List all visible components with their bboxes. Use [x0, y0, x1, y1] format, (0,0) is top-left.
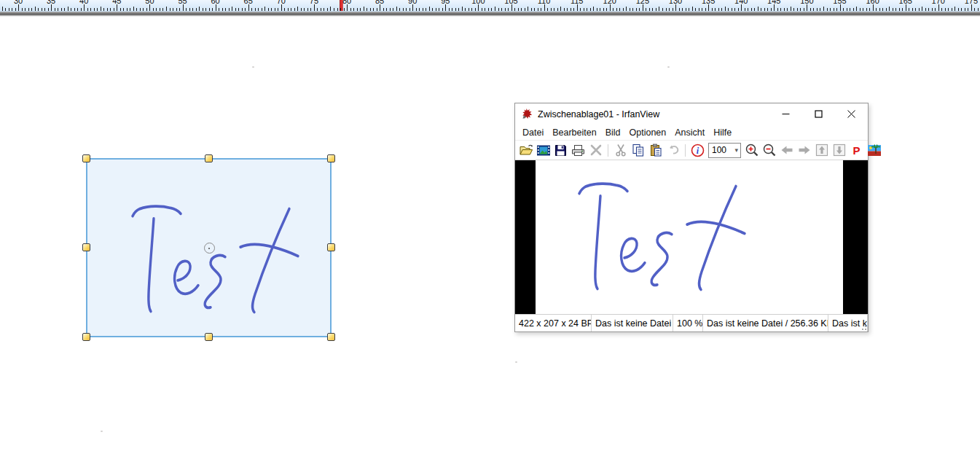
ruler-tick [528, 7, 528, 11]
next-image-button[interactable] [796, 142, 812, 158]
ruler-tick [580, 8, 581, 11]
ruler-tick [248, 4, 249, 11]
previous-image-button[interactable] [778, 142, 795, 158]
last-image-button[interactable] [831, 142, 847, 158]
print-p-button[interactable]: P [848, 142, 865, 158]
resize-handle-middle-right[interactable] [327, 243, 335, 251]
ruler-tick [843, 8, 844, 11]
ruler-tick [357, 8, 358, 11]
ruler-label: 35 [47, 0, 55, 5]
minimize-button[interactable] [769, 103, 802, 125]
ruler-tick [264, 7, 265, 11]
image-viewport[interactable] [515, 160, 868, 314]
ruler-tick [189, 8, 190, 11]
ruler-tick [366, 8, 367, 11]
arrow-left-icon [780, 145, 793, 155]
slideshow-icon [536, 144, 551, 157]
toolbar-separator [685, 144, 686, 157]
title-bar[interactable]: Zwischenablage01 - IrfanView [515, 103, 868, 125]
ruler-tick [196, 8, 197, 11]
ruler-label: 70 [277, 0, 286, 5]
ruler-tick [758, 7, 758, 11]
toolbar-separator [608, 144, 608, 157]
ruler-tick [938, 4, 939, 11]
thumbnails-button[interactable] [866, 142, 882, 158]
selected-image-object[interactable] [86, 158, 332, 337]
resize-handle-bottom-right[interactable] [327, 333, 335, 341]
ruler-tick [310, 8, 311, 11]
ruler-tick [689, 8, 689, 11]
ruler-tick [935, 8, 936, 11]
ruler-tick [393, 8, 393, 11]
print-button[interactable] [570, 142, 587, 158]
ruler-label: 45 [112, 0, 121, 5]
ruler-tick [491, 8, 492, 11]
paste-button[interactable] [647, 142, 664, 158]
maximize-button[interactable] [802, 103, 835, 125]
zoom-out-button[interactable] [761, 142, 777, 158]
ruler-tick [643, 4, 643, 11]
cut-button[interactable] [612, 142, 629, 158]
resize-grip[interactable] [861, 324, 866, 330]
resize-handle-middle-left[interactable] [82, 243, 90, 251]
ruler-tick [666, 8, 667, 11]
ruler-tick [712, 8, 713, 11]
rotation-center-marker [204, 243, 215, 254]
red-p-icon: P [852, 144, 860, 157]
ruler-tick [511, 4, 512, 11]
ruler-tick [544, 4, 545, 11]
close-button[interactable] [835, 103, 868, 125]
ruler-label: 60 [211, 0, 219, 5]
ruler-tick [123, 8, 124, 11]
ruler-tick [64, 8, 65, 11]
copy-button[interactable] [630, 142, 646, 158]
resize-handle-top-left[interactable] [82, 154, 90, 162]
menu-item-optionen[interactable]: Optionen [625, 126, 671, 139]
delete-button[interactable] [587, 142, 604, 158]
image-info-button[interactable]: i [689, 142, 706, 158]
menu-item-bearbeiten[interactable]: Bearbeiten [548, 126, 600, 139]
ruler-tick [840, 4, 841, 11]
ruler-tick [932, 8, 933, 11]
ruler-tick [38, 8, 39, 11]
ruler-tick [514, 8, 515, 11]
ruler-tick [469, 8, 469, 11]
first-image-button[interactable] [813, 142, 830, 158]
save-button[interactable] [552, 142, 569, 158]
menu-item-ansicht[interactable]: Ansicht [670, 126, 709, 139]
ruler-tick [179, 8, 180, 11]
ruler-tick [475, 8, 476, 11]
irfanview-app-icon [521, 108, 533, 120]
ruler-tick [390, 8, 391, 11]
ruler-tick [567, 8, 568, 11]
canvas-speck [667, 66, 670, 68]
menu-item-datei[interactable]: Datei [518, 126, 548, 139]
ruler-tick [945, 8, 946, 11]
ruler-tick [804, 8, 804, 11]
ruler-tick [90, 8, 91, 11]
menu-item-bild[interactable]: Bild [601, 126, 625, 139]
ruler-tick [219, 8, 219, 11]
ruler-label: 120 [603, 0, 616, 5]
menu-item-hilfe[interactable]: Hilfe [709, 126, 736, 139]
undo-button[interactable] [665, 142, 681, 158]
resize-handle-bottom-left[interactable] [82, 333, 90, 341]
ruler-tick [538, 8, 538, 11]
open-folder-icon [519, 144, 533, 157]
zoom-level-dropdown[interactable]: 100 ▾ [708, 143, 741, 158]
ruler-tick [725, 7, 726, 11]
zoom-in-button[interactable] [743, 142, 760, 158]
resize-handle-top-center[interactable] [205, 154, 213, 162]
resize-handle-bottom-center[interactable] [205, 333, 213, 341]
ruler-tick [636, 8, 637, 11]
ruler-tick [449, 8, 450, 11]
ruler-tick [12, 8, 12, 11]
ruler-label: 135 [702, 0, 715, 5]
open-folder-button[interactable] [517, 142, 534, 158]
ruler-tick [882, 8, 883, 11]
ruler-tick [656, 8, 656, 11]
ruler-tick [199, 7, 200, 11]
resize-handle-top-right[interactable] [327, 154, 335, 162]
slideshow-button[interactable] [535, 142, 552, 158]
ruler-tick [925, 8, 926, 11]
